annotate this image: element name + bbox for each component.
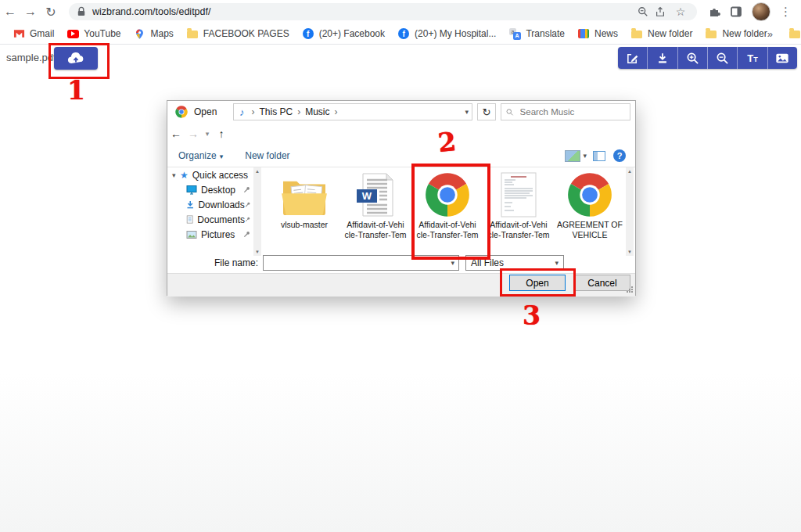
bookmark-gmail[interactable]: Gmail xyxy=(13,27,54,40)
bookmark-facebook-pages-folder[interactable]: FACEBOOK PAGES xyxy=(186,27,289,40)
url-text: wizbrand.com/tools/editpdf/ xyxy=(92,6,638,17)
nav-back-icon[interactable]: ← xyxy=(167,128,185,140)
side-panel-icon[interactable] xyxy=(730,5,742,18)
breadcrumb-music[interactable]: Music xyxy=(305,106,329,117)
pin-icon xyxy=(245,216,250,223)
sidebar-item-pictures[interactable]: Pictures xyxy=(167,227,253,242)
svg-text:W: W xyxy=(362,190,372,202)
edit-button[interactable] xyxy=(618,47,648,69)
image-tool-button[interactable] xyxy=(768,47,797,69)
sidebar-item-downloads[interactable]: Downloads xyxy=(167,197,253,212)
annotation-number-1: 1 xyxy=(67,75,85,106)
toolbar-right-icons: ⋮ xyxy=(703,2,796,21)
menu-kebab-icon[interactable]: ⋮ xyxy=(780,5,792,19)
scroll-up-icon[interactable]: ▲ xyxy=(255,167,260,175)
browser-toolbar: ← → ↻ wizbrand.com/tools/editpdf/ ☆ ⋮ xyxy=(0,0,801,23)
breadcrumb-this-pc[interactable]: This PC xyxy=(260,106,293,117)
file-type-select[interactable]: All Files ▾ xyxy=(465,255,564,271)
preview-pane-icon[interactable] xyxy=(593,151,605,161)
file-name-label: File name: xyxy=(191,257,258,268)
bookmark-youtube[interactable]: YouTube xyxy=(66,27,120,40)
music-note-icon: ♪ xyxy=(239,106,245,118)
dialog-command-bar: Organize▾ New folder ▾ ? xyxy=(167,145,635,167)
sidebar-scrollbar[interactable]: ▲ ▼ xyxy=(253,167,261,256)
pin-icon xyxy=(245,201,250,208)
facebook-icon: f xyxy=(302,27,314,40)
file-name-input[interactable] xyxy=(264,256,451,270)
extensions-icon[interactable] xyxy=(708,5,720,18)
scroll-up-icon[interactable]: ▲ xyxy=(627,167,632,175)
bookmark-star-icon[interactable]: ☆ xyxy=(672,5,689,18)
search-icon xyxy=(506,108,514,117)
scroll-down-icon[interactable]: ▼ xyxy=(255,248,260,256)
folder-icon xyxy=(788,27,801,40)
file-name-combo[interactable]: ▾ xyxy=(263,255,459,271)
screen: ← → ↻ wizbrand.com/tools/editpdf/ ☆ ⋮ xyxy=(0,0,801,532)
file-affidavit-word[interactable]: W Affidavit-of-Vehi cle-Transfer-Tem xyxy=(340,169,411,255)
back-icon[interactable]: ← xyxy=(0,5,20,19)
folder-icon xyxy=(630,27,643,40)
chevron-down-icon[interactable]: ▾ xyxy=(451,259,454,267)
breadcrumb[interactable]: ♪ › This PC › Music › ▾ xyxy=(233,103,472,120)
help-icon[interactable]: ? xyxy=(613,149,626,162)
annotation-number-2: 2 xyxy=(436,126,458,158)
forward-icon[interactable]: → xyxy=(20,5,41,19)
nav-history-chevron-icon[interactable]: ▾ xyxy=(202,130,213,138)
new-folder-button[interactable]: New folder xyxy=(245,150,289,161)
view-mode-chevron-icon[interactable]: ▾ xyxy=(583,152,587,160)
nav-forward-icon[interactable]: → xyxy=(185,128,202,140)
bookmark-news[interactable]: News xyxy=(577,27,618,40)
chrome-file-icon xyxy=(412,169,483,217)
text-tool-button[interactable]: TT xyxy=(738,47,767,69)
upload-button[interactable] xyxy=(54,47,98,70)
documents-icon xyxy=(186,214,193,225)
refresh-button[interactable]: ↻ xyxy=(477,103,496,120)
file-affidavit-chrome[interactable]: Affidavit-of-Vehi cle-Transfer-Tem xyxy=(412,169,483,255)
sidebar-item-desktop[interactable]: Desktop xyxy=(167,182,253,197)
nav-up-icon[interactable]: ↑ xyxy=(213,128,230,140)
gmail-icon xyxy=(13,27,25,40)
chrome-file-icon xyxy=(555,169,625,217)
resize-grip[interactable] xyxy=(627,286,633,293)
address-bar[interactable]: wizbrand.com/tools/editpdf/ ☆ xyxy=(69,3,697,20)
files-scrollbar[interactable]: ▲ ▼ xyxy=(626,167,634,256)
search-input[interactable] xyxy=(519,106,625,117)
search-box[interactable] xyxy=(501,103,630,120)
address-dropdown-icon[interactable]: ▾ xyxy=(465,108,469,116)
sidebar-quick-access[interactable]: ▾ ★ Quick access xyxy=(167,167,253,182)
bookmark-translate[interactable]: aA Translate xyxy=(508,27,565,40)
maps-pin-icon xyxy=(134,27,146,40)
scroll-down-icon[interactable]: ▼ xyxy=(627,248,632,256)
bookmark-my-hospital[interactable]: f (20+) My Hospital... xyxy=(397,27,496,40)
chevron-down-icon: ▾ xyxy=(220,153,224,160)
expand-chevron-icon[interactable]: ▾ xyxy=(172,171,180,179)
facebook-icon: f xyxy=(397,27,410,40)
zoom-icon[interactable] xyxy=(638,6,655,17)
bookmark-facebook[interactable]: f (20+) Facebook xyxy=(302,27,385,40)
open-file-dialog: Open × ← → ▾ ↑ ♪ › This PC › Music › ▾ ↻… xyxy=(167,100,636,296)
pin-icon xyxy=(243,231,250,238)
organize-menu[interactable]: Organize▾ xyxy=(178,150,223,161)
bookmark-maps[interactable]: Maps xyxy=(134,27,174,40)
cancel-button[interactable]: Cancel xyxy=(574,275,630,291)
bookmarks-overflow-chevron[interactable]: » xyxy=(767,28,773,40)
bookmark-new-folder-1[interactable]: New folder xyxy=(630,27,692,40)
file-agreement-chrome[interactable]: AGREEMENT OF VEHICLE xyxy=(555,169,625,255)
view-mode-icon[interactable] xyxy=(565,150,580,162)
zoom-out-button[interactable] xyxy=(708,47,738,69)
lock-icon[interactable] xyxy=(77,6,86,17)
open-button[interactable]: Open xyxy=(509,275,566,291)
sidebar-item-documents[interactable]: Documents xyxy=(167,212,253,227)
bookmark-new-folder-2[interactable]: New folder xyxy=(705,27,767,40)
profile-avatar[interactable] xyxy=(752,2,770,21)
word-document-icon: W xyxy=(340,169,411,217)
file-affidavit-preview[interactable]: Affidavit-of-Vehi cle-Transfer-Tem xyxy=(483,169,554,255)
other-bookmarks[interactable]: Other bookmarks xyxy=(788,27,801,40)
zoom-in-button[interactable] xyxy=(678,47,708,69)
translate-icon: aA xyxy=(508,27,521,40)
pictures-icon xyxy=(186,230,197,239)
download-button[interactable] xyxy=(648,47,677,69)
reload-icon[interactable]: ↻ xyxy=(41,5,61,20)
share-icon[interactable] xyxy=(655,6,672,17)
file-vlsub-master[interactable]: vlsub-master xyxy=(269,169,339,255)
